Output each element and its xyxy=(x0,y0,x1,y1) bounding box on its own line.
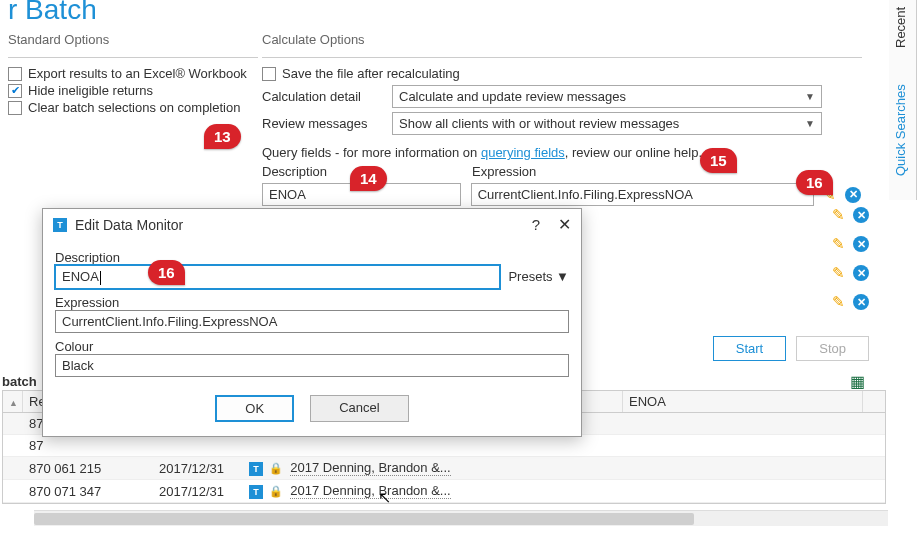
cancel-button[interactable]: Cancel xyxy=(310,395,408,422)
query-help-suffix: , review our online help. xyxy=(565,145,702,160)
calc-options-header: Calculate Options xyxy=(262,32,862,51)
document-icon: T xyxy=(249,485,263,499)
scrollbar-thumb[interactable] xyxy=(34,513,694,525)
lock-icon: 🔒 xyxy=(269,485,283,497)
pencil-icon[interactable]: ✎ xyxy=(832,293,845,311)
calc-detail-row: Calculation detail Calculate and update … xyxy=(262,85,862,108)
query-help-prefix: Query fields - for more information on xyxy=(262,145,481,160)
cell-re: 870 071 347 xyxy=(23,481,153,502)
action-buttons: Start Stop xyxy=(713,336,869,361)
cell-re: 87 xyxy=(23,435,153,456)
horizontal-scrollbar[interactable] xyxy=(34,510,888,526)
start-button[interactable]: Start xyxy=(713,336,786,361)
review-msg-value: Show all clients with or without review … xyxy=(399,116,679,131)
excel-export-icon[interactable]: ▦ xyxy=(850,372,865,391)
text-caret xyxy=(100,271,101,285)
chk-clear-label: Clear batch selections on completion xyxy=(28,100,240,115)
colour-label: Colour xyxy=(55,339,569,354)
dialog-title: Edit Data Monitor xyxy=(75,217,183,233)
presets-dropdown[interactable]: Presets ▼ xyxy=(508,269,569,284)
delete-row-button[interactable]: ✕ xyxy=(844,186,862,204)
chk-export-label: Export results to an Excel® Workbook xyxy=(28,66,247,81)
table-row[interactable]: 870 061 215 2017/12/31 T 🔒 2017 Denning,… xyxy=(3,457,885,480)
pencil-icon[interactable]: ✎ xyxy=(832,235,845,253)
side-tabs: Recent Quick Searches xyxy=(889,0,917,534)
dialog-buttons: OK Cancel xyxy=(43,383,581,436)
checkbox-icon[interactable] xyxy=(8,101,22,115)
cell-name[interactable]: T 🔒 2017 Denning, Brandon &... xyxy=(243,457,623,479)
table-row[interactable]: 870 071 347 2017/12/31 T 🔒 2017 Denning,… xyxy=(3,480,885,503)
page-title-fragment: r Batch xyxy=(8,0,97,26)
querying-fields-link[interactable]: querying fields xyxy=(481,145,565,160)
app-icon: T xyxy=(53,218,67,232)
close-circle-icon[interactable]: ✕ xyxy=(853,236,869,252)
cell-name[interactable]: T 🔒 2017 Denning, Brandon &... xyxy=(243,480,623,502)
review-msg-dropdown[interactable]: Show all clients with or without review … xyxy=(392,112,822,135)
checkbox-icon[interactable] xyxy=(8,67,22,81)
desc-input[interactable]: ENOA xyxy=(55,265,500,289)
callout-16-dialog: 16 xyxy=(148,260,185,285)
lock-icon: 🔒 xyxy=(269,462,283,474)
tab-quick-searches[interactable]: Quick Searches xyxy=(889,60,917,200)
dialog-titlebar: T Edit Data Monitor ? ✕ xyxy=(43,209,581,240)
dialog-close-button[interactable]: ✕ xyxy=(558,215,571,234)
tab-recent[interactable]: Recent xyxy=(889,0,917,60)
col-enoa[interactable]: ENOA xyxy=(623,391,863,412)
chk-export-row[interactable]: Export results to an Excel® Workbook xyxy=(8,66,258,81)
col-sort[interactable]: ▲ xyxy=(3,391,23,412)
close-circle-icon: ✕ xyxy=(845,187,861,203)
pencil-icon[interactable]: ✎ xyxy=(832,206,845,224)
cell-date: 2017/12/31 xyxy=(153,481,243,502)
review-msg-label: Review messages xyxy=(262,116,392,131)
chk-save-row[interactable]: Save the file after recalculating xyxy=(262,66,862,81)
cell-re: 870 061 215 xyxy=(23,458,153,479)
chk-hide-label: Hide ineligible returns xyxy=(28,83,153,98)
review-msg-row: Review messages Show all clients with or… xyxy=(262,112,862,135)
dialog-help-button[interactable]: ? xyxy=(532,216,540,233)
close-circle-icon[interactable]: ✕ xyxy=(853,294,869,310)
table-row[interactable]: 87 xyxy=(3,435,885,457)
row-actions-column: ✎✕ ✎✕ ✎✕ ✎✕ xyxy=(832,206,869,311)
chevron-down-icon: ▼ xyxy=(805,118,815,129)
chk-clear-row[interactable]: Clear batch selections on completion xyxy=(8,100,258,115)
cell-date: 2017/12/31 xyxy=(153,458,243,479)
callout-15: 15 xyxy=(700,148,737,173)
checkbox-icon[interactable] xyxy=(8,84,22,98)
standard-options-header: Standard Options xyxy=(8,32,258,51)
desc-input-value: ENOA xyxy=(62,269,99,284)
document-icon: T xyxy=(249,462,263,476)
callout-13: 13 xyxy=(204,124,241,149)
desc-label: Description xyxy=(55,250,569,265)
standard-options-panel: Standard Options Export results to an Ex… xyxy=(8,32,258,117)
callout-14: 14 xyxy=(350,166,387,191)
expr-label: Expression xyxy=(55,295,569,310)
file-link[interactable]: 2017 Denning, Brandon &... xyxy=(290,460,450,476)
chk-save-label: Save the file after recalculating xyxy=(282,66,460,81)
edit-data-monitor-dialog: T Edit Data Monitor ? ✕ Description ENOA… xyxy=(42,208,582,437)
dialog-body: Description ENOA Presets ▼ Expression Cu… xyxy=(43,240,581,383)
calc-detail-label: Calculation detail xyxy=(262,89,392,104)
calc-detail-value: Calculate and update review messages xyxy=(399,89,626,104)
query-help-text: Query fields - for more information on q… xyxy=(262,145,862,160)
chk-hide-row[interactable]: Hide ineligible returns xyxy=(8,83,258,98)
callout-16: 16 xyxy=(796,170,833,195)
sort-asc-icon: ▲ xyxy=(9,398,18,408)
close-circle-icon[interactable]: ✕ xyxy=(853,265,869,281)
colour-input[interactable]: Black xyxy=(55,354,569,377)
query-expr-input[interactable]: CurrentClient.Info.Filing.ExpressNOA xyxy=(471,183,815,206)
stop-button: Stop xyxy=(796,336,869,361)
pencil-icon[interactable]: ✎ xyxy=(832,264,845,282)
query-expr-header: Expression xyxy=(472,164,536,179)
batch-label: batch xyxy=(2,374,37,389)
expr-input[interactable]: CurrentClient.Info.Filing.ExpressNOA xyxy=(55,310,569,333)
file-link[interactable]: 2017 Denning, Brandon &... xyxy=(290,483,450,499)
close-circle-icon[interactable]: ✕ xyxy=(853,207,869,223)
mouse-cursor-icon: ↖ xyxy=(378,488,391,507)
chevron-down-icon: ▼ xyxy=(805,91,815,102)
calc-detail-dropdown[interactable]: Calculate and update review messages ▼ xyxy=(392,85,822,108)
ok-button[interactable]: OK xyxy=(215,395,294,422)
checkbox-icon[interactable] xyxy=(262,67,276,81)
